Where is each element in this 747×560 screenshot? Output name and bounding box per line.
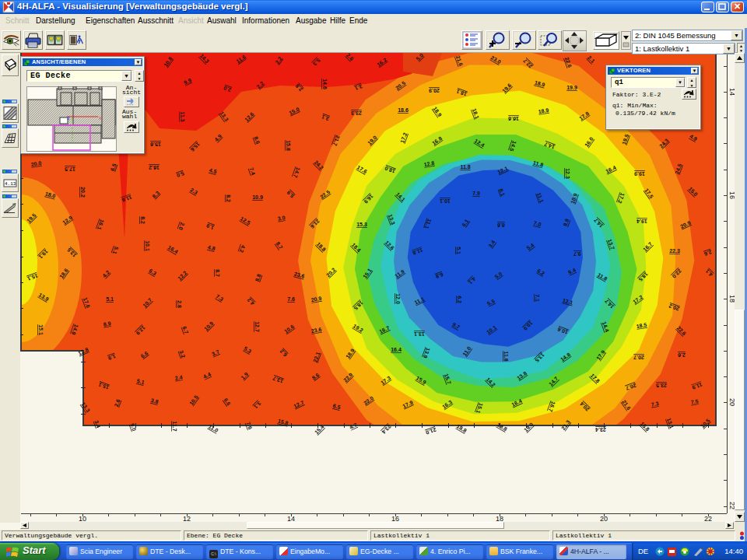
svg-text:19.4: 19.4 bbox=[637, 219, 647, 224]
svg-text:10.9: 10.9 bbox=[252, 194, 263, 200]
svg-text:4.13: 4.13 bbox=[5, 181, 16, 187]
svg-text:15.1: 15.1 bbox=[38, 324, 44, 335]
svg-text:11.8: 11.8 bbox=[503, 351, 509, 361]
svg-text:9.7: 9.7 bbox=[573, 251, 581, 257]
svg-text:20.9: 20.9 bbox=[429, 88, 440, 93]
svg-text:8.2: 8.2 bbox=[140, 216, 146, 224]
svg-text:2.6: 2.6 bbox=[678, 352, 686, 358]
svg-text:8.7: 8.7 bbox=[215, 269, 220, 277]
svg-text:19.9: 19.9 bbox=[566, 85, 577, 90]
svg-text:5.1: 5.1 bbox=[456, 247, 461, 254]
svg-text:7.9: 7.9 bbox=[472, 191, 480, 196]
svg-text:7.1: 7.1 bbox=[535, 294, 540, 302]
svg-text:18.6: 18.6 bbox=[398, 107, 409, 113]
svg-text:5.1: 5.1 bbox=[106, 296, 114, 302]
svg-text:22.3: 22.3 bbox=[669, 248, 680, 254]
svg-text:15.6: 15.6 bbox=[150, 142, 161, 147]
svg-text:11.8: 11.8 bbox=[460, 164, 470, 170]
svg-text:z: z bbox=[67, 115, 70, 121]
svg-text:11.7: 11.7 bbox=[172, 421, 177, 431]
svg-text:7.6: 7.6 bbox=[287, 296, 295, 302]
svg-text:16.2: 16.2 bbox=[149, 165, 160, 170]
svg-text:16.4: 16.4 bbox=[391, 347, 402, 352]
svg-text:12.0: 12.0 bbox=[395, 293, 401, 304]
svg-text:23.4: 23.4 bbox=[595, 427, 606, 432]
svg-text:20.2: 20.2 bbox=[80, 187, 86, 198]
svg-text:17.5: 17.5 bbox=[65, 166, 75, 172]
svg-text:12.3: 12.3 bbox=[565, 168, 570, 179]
svg-text:15.8: 15.8 bbox=[286, 140, 291, 151]
svg-text:12.7: 12.7 bbox=[254, 321, 260, 332]
svg-text:8.2: 8.2 bbox=[226, 194, 231, 202]
svg-text:11.3: 11.3 bbox=[180, 111, 185, 121]
svg-text:6.6: 6.6 bbox=[497, 222, 505, 228]
svg-text:16.6: 16.6 bbox=[508, 116, 519, 121]
svg-text:x: x bbox=[99, 115, 102, 121]
svg-text:2.8: 2.8 bbox=[177, 300, 182, 308]
svg-text:10.1: 10.1 bbox=[145, 240, 150, 251]
svg-text:13.1: 13.1 bbox=[414, 331, 425, 337]
svg-text:15.3: 15.3 bbox=[356, 222, 367, 227]
svg-text:23.5: 23.5 bbox=[656, 383, 667, 388]
svg-text:6.2: 6.2 bbox=[457, 296, 462, 303]
svg-text:19.9: 19.9 bbox=[634, 171, 645, 177]
svg-text:23.3: 23.3 bbox=[351, 110, 362, 116]
svg-text:20.7: 20.7 bbox=[633, 355, 644, 360]
svg-text:14.6: 14.6 bbox=[322, 79, 328, 89]
svg-text:10.1: 10.1 bbox=[440, 198, 451, 204]
